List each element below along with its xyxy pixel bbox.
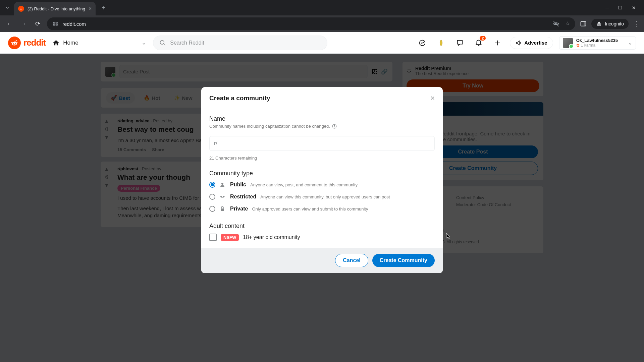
- radio-restricted[interactable]: [209, 194, 215, 200]
- type-option-private[interactable]: Private Only approved users can view and…: [209, 206, 435, 212]
- type-label-private: Private: [230, 206, 248, 212]
- browser-menu-icon[interactable]: ⋮: [633, 20, 639, 27]
- type-label-public: Public: [230, 182, 246, 188]
- type-option-restricted[interactable]: Restricted Anyone can view this communit…: [209, 194, 435, 200]
- back-button[interactable]: ←: [5, 20, 14, 27]
- advertise-button[interactable]: Advertise: [510, 37, 553, 49]
- svg-point-31: [222, 196, 223, 198]
- home-icon: [52, 39, 60, 47]
- svg-point-30: [221, 183, 223, 185]
- svg-rect-7: [56, 24, 58, 25]
- incognito-badge[interactable]: Incognito: [591, 19, 629, 29]
- svg-rect-32: [221, 208, 224, 211]
- coins-icon[interactable]: [435, 37, 447, 49]
- url-bar[interactable]: reddit.com ☆: [47, 17, 575, 30]
- notification-count: 2: [480, 36, 486, 41]
- type-label-restricted: Restricted: [230, 194, 256, 200]
- person-icon: [219, 182, 226, 188]
- tab-strip: (2) Reddit - Dive into anything × + ─ ❐ …: [0, 0, 644, 15]
- svg-point-17: [15, 43, 16, 44]
- name-field-help: Community names including capitalization…: [209, 124, 330, 129]
- svg-rect-5: [56, 22, 58, 23]
- type-desc-public: Anyone can view, post, and comment to th…: [250, 182, 358, 187]
- popular-icon[interactable]: [416, 37, 429, 49]
- svg-rect-10: [581, 21, 586, 26]
- url-text: reddit.com: [62, 21, 86, 27]
- svg-line-23: [164, 44, 165, 45]
- close-icon[interactable]: ×: [430, 94, 435, 103]
- user-menu[interactable]: Ok_Lawfulness5235 ✿1 karma ⌄: [559, 36, 636, 50]
- create-post-icon[interactable]: [491, 37, 504, 49]
- modal-overlay[interactable]: Create a community × Name Community name…: [0, 54, 644, 362]
- forward-button[interactable]: →: [19, 20, 28, 27]
- megaphone-icon: [516, 40, 522, 46]
- create-community-modal: Create a community × Name Community name…: [201, 87, 443, 273]
- svg-point-13: [599, 24, 601, 26]
- svg-point-0: [19, 7, 23, 11]
- svg-point-20: [11, 42, 12, 43]
- svg-rect-6: [53, 24, 55, 25]
- community-name-input[interactable]: [209, 136, 435, 151]
- home-selector[interactable]: Home ⌄: [52, 39, 146, 47]
- radio-public[interactable]: [209, 182, 215, 188]
- home-label: Home: [63, 40, 78, 46]
- tab-search-dropdown[interactable]: [3, 4, 11, 12]
- lock-icon: [219, 206, 226, 212]
- reload-button[interactable]: ⟳: [33, 20, 42, 27]
- type-option-public[interactable]: Public Anyone can view, post, and commen…: [209, 182, 435, 188]
- browser-tab[interactable]: (2) Reddit - Dive into anything ×: [14, 2, 96, 15]
- type-desc-restricted: Anyone can view this community, but only…: [260, 194, 390, 199]
- name-field-label: Name: [209, 115, 435, 122]
- window-controls: ─ ❐ ✕: [605, 5, 641, 10]
- tab-close-icon[interactable]: ×: [89, 6, 92, 12]
- bookmark-star-icon[interactable]: ☆: [566, 20, 570, 27]
- user-avatar: [563, 38, 573, 48]
- site-settings-icon[interactable]: [52, 21, 58, 27]
- eye-icon: [219, 194, 226, 200]
- reddit-header: reddit Home ⌄ Search Reddit: [0, 32, 644, 54]
- search-placeholder: Search Reddit: [170, 40, 204, 46]
- reddit-favicon: [18, 6, 24, 12]
- character-count: 21 Characters remaining: [209, 156, 435, 161]
- reddit-logo-icon: [8, 37, 21, 49]
- radio-private[interactable]: [209, 206, 215, 212]
- incognito-eye-icon[interactable]: [553, 20, 559, 27]
- name-prefix: r/: [214, 140, 217, 146]
- chat-icon[interactable]: [453, 37, 466, 49]
- user-name: Ok_Lawfulness5235: [576, 38, 618, 43]
- tab-title: (2) Reddit - Dive into anything: [28, 6, 85, 11]
- svg-line-9: [554, 21, 559, 26]
- type-desc-private: Only approved users can view and submit …: [252, 206, 368, 212]
- adult-field-label: Adult content: [209, 223, 435, 230]
- cancel-button[interactable]: Cancel: [335, 254, 368, 267]
- info-icon[interactable]: [332, 124, 337, 129]
- create-community-submit-button[interactable]: Create Community: [372, 254, 435, 267]
- svg-point-22: [160, 40, 164, 44]
- svg-point-29: [334, 125, 334, 125]
- incognito-label: Incognito: [605, 21, 624, 26]
- minimize-button[interactable]: ─: [605, 5, 609, 10]
- nsfw-badge: NSFW: [221, 234, 239, 241]
- user-karma: 1 karma: [581, 43, 595, 48]
- nsfw-checkbox[interactable]: [209, 234, 217, 241]
- browser-toolbar: ← → ⟳ reddit.com ☆ Incognito ⋮: [0, 15, 644, 32]
- svg-point-12: [597, 24, 599, 26]
- maximize-button[interactable]: ❐: [618, 5, 623, 10]
- reddit-app: reddit Home ⌄ Search Reddit: [0, 32, 644, 362]
- svg-point-2: [21, 9, 22, 9]
- svg-point-16: [13, 43, 14, 44]
- chevron-down-icon: ⌄: [142, 39, 146, 46]
- notifications-icon[interactable]: 2: [472, 37, 485, 49]
- reddit-logo[interactable]: reddit: [8, 37, 46, 49]
- close-window-button[interactable]: ✕: [632, 5, 636, 10]
- advertise-label: Advertise: [524, 40, 547, 46]
- new-tab-button[interactable]: +: [98, 2, 109, 14]
- svg-rect-4: [53, 22, 55, 23]
- reddit-wordmark: reddit: [23, 38, 46, 48]
- chevron-down-icon: ⌄: [628, 40, 632, 46]
- search-bar[interactable]: Search Reddit: [153, 36, 327, 50]
- side-panel-icon[interactable]: [580, 20, 587, 27]
- search-icon: [159, 40, 166, 46]
- modal-title: Create a community: [209, 95, 270, 102]
- adult-desc: 18+ year old community: [243, 234, 300, 240]
